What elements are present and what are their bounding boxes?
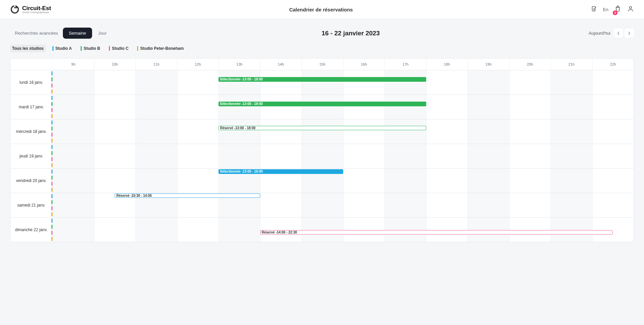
time-cell[interactable] <box>218 236 260 242</box>
time-cell[interactable] <box>343 199 385 205</box>
time-cell[interactable] <box>260 193 302 199</box>
time-cell[interactable] <box>301 175 343 181</box>
time-cell[interactable] <box>468 187 509 193</box>
time-cell[interactable] <box>135 150 177 156</box>
time-cell[interactable] <box>551 119 592 125</box>
time-cell[interactable] <box>218 199 260 205</box>
studio-track[interactable] <box>52 218 634 224</box>
time-cell[interactable] <box>343 113 385 119</box>
view-day-button[interactable]: Jour <box>92 28 113 39</box>
time-cell[interactable] <box>135 76 177 82</box>
studio-track[interactable] <box>52 175 634 181</box>
time-cell[interactable] <box>509 193 551 199</box>
time-cell[interactable] <box>301 144 343 150</box>
filter-chip[interactable]: Studio Peter-Boneham <box>135 45 186 52</box>
time-cell[interactable] <box>52 236 94 242</box>
time-cell[interactable] <box>52 193 94 199</box>
time-cell[interactable] <box>301 211 343 217</box>
time-cell[interactable] <box>385 162 426 168</box>
time-cell[interactable] <box>385 193 426 199</box>
time-cell[interactable] <box>177 138 219 144</box>
time-cell[interactable] <box>52 150 94 156</box>
time-cell[interactable] <box>509 113 551 119</box>
time-cell[interactable] <box>426 138 468 144</box>
time-cell[interactable] <box>94 150 136 156</box>
time-cell[interactable] <box>218 156 260 162</box>
time-cell[interactable] <box>52 95 94 101</box>
time-cell[interactable] <box>218 181 260 187</box>
time-cell[interactable] <box>135 218 177 224</box>
time-cell[interactable] <box>509 199 551 205</box>
time-cell[interactable] <box>94 181 136 187</box>
user-icon[interactable] <box>627 5 634 13</box>
time-cell[interactable] <box>592 107 634 113</box>
time-cell[interactable] <box>301 95 343 101</box>
time-cell[interactable] <box>52 169 94 175</box>
studio-track[interactable] <box>52 205 634 211</box>
time-cell[interactable] <box>509 181 551 187</box>
studio-track[interactable] <box>52 119 634 125</box>
time-cell[interactable] <box>592 236 634 242</box>
filter-chip[interactable]: Tous les studios <box>10 45 46 52</box>
time-cell[interactable] <box>94 107 136 113</box>
time-cell[interactable] <box>426 211 468 217</box>
time-cell[interactable] <box>135 138 177 144</box>
time-cell[interactable] <box>592 88 634 95</box>
time-cell[interactable] <box>52 199 94 205</box>
time-cell[interactable] <box>468 138 509 144</box>
calendar-event[interactable]: Sélectionnée -13:00 - 16:00 <box>218 169 343 174</box>
time-cell[interactable] <box>94 70 136 76</box>
time-cell[interactable] <box>52 156 94 162</box>
time-cell[interactable] <box>218 88 260 95</box>
time-cell[interactable] <box>177 187 219 193</box>
time-cell[interactable] <box>135 132 177 138</box>
time-cell[interactable] <box>343 211 385 217</box>
time-cell[interactable] <box>509 156 551 162</box>
time-cell[interactable] <box>343 138 385 144</box>
studio-track[interactable] <box>52 181 634 187</box>
time-cell[interactable] <box>177 205 219 211</box>
time-cell[interactable] <box>177 236 219 242</box>
time-cell[interactable] <box>94 144 136 150</box>
time-cell[interactable] <box>551 205 592 211</box>
time-cell[interactable] <box>385 156 426 162</box>
time-cell[interactable] <box>177 88 219 95</box>
time-cell[interactable] <box>551 181 592 187</box>
time-cell[interactable] <box>135 169 177 175</box>
time-cell[interactable] <box>468 88 509 95</box>
time-cell[interactable] <box>301 205 343 211</box>
time-cell[interactable] <box>551 95 592 101</box>
time-cell[interactable] <box>343 132 385 138</box>
language-toggle[interactable]: En <box>603 7 608 12</box>
time-cell[interactable] <box>301 156 343 162</box>
time-cell[interactable] <box>468 181 509 187</box>
time-cell[interactable] <box>177 181 219 187</box>
time-cell[interactable] <box>385 199 426 205</box>
time-cell[interactable] <box>135 113 177 119</box>
time-cell[interactable] <box>218 119 260 125</box>
time-cell[interactable] <box>343 144 385 150</box>
time-cell[interactable] <box>135 224 177 230</box>
calendar-event[interactable]: Sélectionnée -13:00 - 18:00 <box>218 77 426 82</box>
time-cell[interactable] <box>260 82 302 88</box>
time-cell[interactable] <box>52 224 94 230</box>
time-cell[interactable] <box>52 230 94 236</box>
time-cell[interactable] <box>260 144 302 150</box>
time-cell[interactable] <box>592 150 634 156</box>
time-cell[interactable] <box>52 175 94 181</box>
filter-chip[interactable]: Studio A <box>50 45 74 52</box>
time-cell[interactable] <box>94 224 136 230</box>
time-cell[interactable] <box>135 181 177 187</box>
time-cell[interactable] <box>177 125 219 132</box>
time-cell[interactable] <box>135 230 177 236</box>
time-cell[interactable] <box>468 101 509 107</box>
time-cell[interactable] <box>426 76 468 82</box>
time-cell[interactable] <box>52 144 94 150</box>
time-cell[interactable] <box>52 88 94 95</box>
time-cell[interactable] <box>385 95 426 101</box>
time-cell[interactable] <box>551 76 592 82</box>
time-cell[interactable] <box>94 132 136 138</box>
time-cell[interactable] <box>343 218 385 224</box>
time-cell[interactable] <box>468 76 509 82</box>
cart-button[interactable]: 3 <box>614 5 621 13</box>
